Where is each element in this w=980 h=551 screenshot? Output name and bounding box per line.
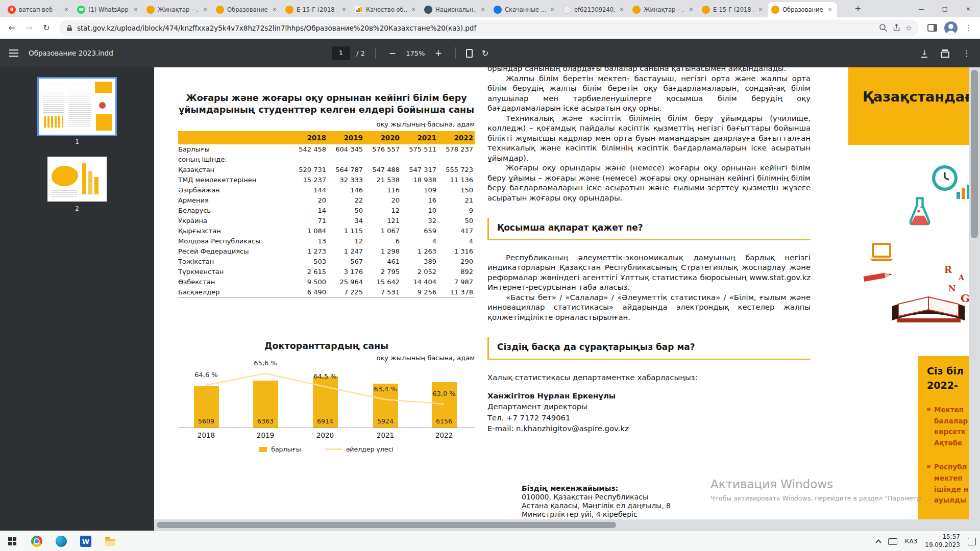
contact-name: Ханжігітов Нұрлан Еркенұлы: [487, 390, 811, 401]
bookmark-star-icon[interactable]: ☆: [905, 23, 912, 33]
window-maximize-button[interactable]: □: [933, 0, 957, 17]
address-line: Астана қаласы, Мәңгілік ел даңғылы, 8: [522, 502, 736, 510]
tab-close-icon[interactable]: ×: [826, 6, 834, 13]
tab-close-icon[interactable]: ×: [410, 6, 417, 13]
tray-expand-icon[interactable]: [875, 539, 881, 545]
row-value: 578 237: [438, 145, 475, 153]
tab-close-icon[interactable]: ×: [132, 6, 139, 13]
row-value: 22: [328, 196, 364, 204]
browser-tab[interactable]: Яватсап веб – ...×: [4, 2, 74, 17]
horizontal-scrollbar-thumb[interactable]: [157, 522, 616, 528]
percent-label: 64,6 %: [189, 371, 224, 379]
row-label: Өзбекстан: [178, 278, 291, 286]
browser-tab[interactable]: ☎(1) WhatsApp×: [74, 2, 143, 17]
row-value: 6 490: [291, 288, 328, 296]
share-icon[interactable]: [892, 23, 901, 32]
table-subtitle: оқу жылының басына, адам: [178, 120, 475, 128]
side-panel-icon[interactable]: [927, 24, 937, 32]
stat-doc-favicon: [632, 6, 641, 14]
thumbnail-label: 1: [0, 138, 154, 145]
row-label: Беларусь: [178, 207, 291, 214]
browser-tab[interactable]: Качество об...×: [351, 2, 421, 17]
language-indicator[interactable]: КАЗ: [905, 538, 917, 545]
row-value: 547 317: [401, 166, 438, 173]
fit-page-icon[interactable]: [466, 49, 473, 58]
row-value: 144: [291, 186, 328, 194]
tab-close-icon[interactable]: ×: [757, 6, 764, 13]
tab-close-icon[interactable]: ×: [688, 6, 695, 13]
row-label: Әзірбайжан: [178, 186, 291, 194]
browser-tab[interactable]: Скачанные ...×: [490, 2, 559, 17]
tab-close-icon[interactable]: ×: [618, 6, 625, 13]
profile-avatar[interactable]: [944, 21, 958, 35]
tab-close-icon[interactable]: ×: [479, 6, 486, 13]
page-thumbnail-2[interactable]: [47, 157, 107, 202]
zoom-indicator-icon[interactable]: [879, 23, 888, 32]
row-value: 50: [438, 217, 475, 224]
tab-close-icon[interactable]: ×: [340, 6, 348, 13]
row-value: 21: [438, 196, 475, 204]
row-value: 520 731: [291, 166, 328, 173]
table-column-header: 2021: [401, 134, 438, 142]
address-bar[interactable]: stat.gov.kz/upload/iblock/474/knzffxxa2y…: [59, 20, 919, 36]
browser-tab[interactable]: Образование...×: [768, 2, 837, 17]
thumbnail-label: 2: [0, 205, 154, 212]
page-number-input[interactable]: 1: [332, 46, 350, 60]
tab-close-icon[interactable]: ×: [202, 6, 209, 13]
download-icon[interactable]: ↓: [921, 49, 927, 58]
decor-letter: N: [948, 284, 956, 293]
row-value: 2 795: [364, 268, 401, 276]
mini-bars-icon: [955, 184, 969, 199]
pdf-more-icon[interactable]: ⋮: [963, 48, 971, 58]
rotate-icon[interactable]: ↻: [482, 48, 488, 58]
touch-keyboard-icon[interactable]: [888, 538, 897, 545]
pdf-file-favicon: [563, 6, 571, 14]
windows-taskbar: W КАЗ 15:57 19.09.2023: [0, 531, 980, 551]
axis-year-label: 2018: [191, 431, 222, 439]
forward-button[interactable]: →: [21, 20, 37, 36]
zoom-out-button[interactable]: −: [386, 46, 399, 60]
row-value: 15 237: [291, 176, 328, 184]
table-row: Өзбекстан9 50025 96415 64214 4047 987: [178, 277, 475, 287]
window-minimize-button[interactable]: —: [910, 0, 933, 17]
taskbar-clock[interactable]: 15:57 19.09.2023: [925, 533, 960, 549]
taskbar-chrome-icon[interactable]: [24, 531, 49, 551]
taskbar-word-icon[interactable]: W: [74, 531, 98, 551]
taskbar-edge-icon[interactable]: [49, 531, 74, 551]
browser-menu-icon[interactable]: ⋮: [965, 23, 973, 33]
vertical-scrollbar[interactable]: [969, 67, 980, 531]
legend-item: барлығы: [259, 445, 301, 453]
tab-close-icon[interactable]: ×: [63, 6, 70, 13]
row-value: 1 067: [364, 227, 401, 235]
pdf-page-controls: 1 / 2 − 175% + ↻: [332, 39, 488, 67]
window-close-button[interactable]: ×: [957, 0, 980, 17]
url-text: stat.gov.kz/upload/iblock/474/knzffxxa2y…: [77, 24, 874, 32]
reload-button[interactable]: ↻: [39, 20, 54, 36]
horizontal-scrollbar[interactable]: [154, 519, 969, 531]
emblem-favicon: [424, 6, 432, 14]
browser-tab[interactable]: Е-15-Г (2018 ...×: [282, 2, 351, 17]
percent-label: 63,4 %: [368, 385, 403, 393]
action-center-icon[interactable]: [968, 538, 976, 545]
tab-close-icon[interactable]: ×: [549, 6, 556, 13]
start-button[interactable]: [0, 531, 24, 551]
tab-close-icon[interactable]: ×: [271, 6, 278, 13]
pdf-document-title: Образование 2023.indd: [29, 49, 113, 57]
browser-tab[interactable]: Национальн...×: [421, 2, 490, 17]
zoom-in-button[interactable]: +: [432, 46, 445, 60]
browser-tab[interactable]: Образование...×: [212, 2, 282, 17]
print-icon[interactable]: [941, 49, 949, 57]
taskbar-explorer-icon[interactable]: [98, 531, 122, 551]
page-thumbnail-1[interactable]: [39, 79, 115, 135]
vertical-scrollbar-thumb[interactable]: [971, 70, 978, 238]
browser-tab[interactable]: Е-15-Г (2018 ...×: [698, 2, 768, 17]
new-tab-button[interactable]: +: [851, 2, 865, 15]
browser-tab[interactable]: Жинақтар – ...×: [143, 2, 212, 17]
row-value: 567: [328, 258, 364, 265]
back-button[interactable]: ←: [4, 20, 19, 36]
browser-tab[interactable]: Жинақтар – ...×: [629, 2, 698, 17]
pdf-menu-icon[interactable]: [9, 49, 18, 57]
bar-value-label: 5609: [188, 417, 225, 425]
browser-tab[interactable]: ef621309240...×: [559, 2, 629, 17]
fact-bullet-item: Республ мектеп ішінде н ауылды: [927, 462, 969, 506]
